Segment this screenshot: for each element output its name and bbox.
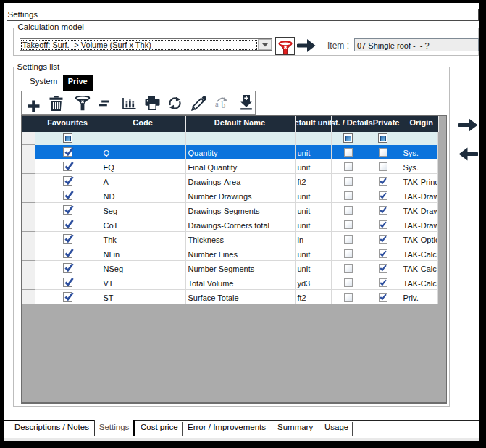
- svg-text:a: a: [215, 100, 219, 108]
- svg-text:b: b: [221, 101, 225, 109]
